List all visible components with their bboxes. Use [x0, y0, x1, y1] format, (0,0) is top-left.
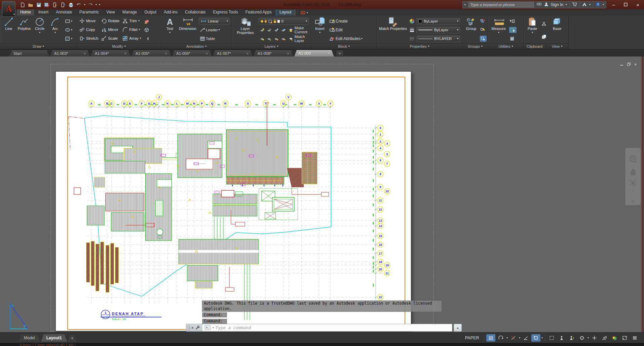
- workspace-dropdown-icon[interactable]: ▾: [588, 337, 589, 339]
- polyline-button[interactable]: Polyline: [17, 16, 32, 43]
- explode-button[interactable]: [143, 27, 150, 33]
- clean-screen-button[interactable]: [620, 334, 629, 342]
- panel-label-layers[interactable]: Layers▾: [232, 43, 311, 49]
- workspace-switching-button[interactable]: [577, 334, 586, 342]
- hatch-tool-button[interactable]: ▾: [64, 36, 73, 42]
- ungroup-icon[interactable]: [480, 18, 486, 24]
- save-to-web-button[interactable]: [60, 2, 66, 8]
- arc-button[interactable]: Arc▾: [48, 16, 63, 43]
- search-icon[interactable]: [536, 2, 542, 7]
- new-layout-button[interactable]: +: [68, 335, 77, 342]
- panel-label-modify[interactable]: Modify▾: [77, 43, 161, 49]
- move-button[interactable]: Move: [78, 17, 99, 25]
- close-button[interactable]: ×: [636, 2, 639, 8]
- match-properties-button[interactable]: Match Properties: [378, 16, 408, 43]
- selection-cycling-toggle[interactable]: [547, 334, 556, 342]
- layer-select[interactable]: 0▾: [259, 18, 309, 25]
- erase-button[interactable]: [143, 18, 150, 25]
- snap-mode-toggle[interactable]: [496, 334, 505, 342]
- create-block-button[interactable]: Create: [329, 18, 375, 25]
- minimize-button[interactable]: ─: [612, 2, 615, 7]
- arc-flyout-icon[interactable]: ▾: [54, 31, 56, 34]
- command-history-scroll-button[interactable]: ▲: [454, 324, 462, 332]
- panel-label-utilities[interactable]: Utilities▾: [488, 43, 523, 49]
- infer-constraints-toggle[interactable]: [509, 334, 518, 342]
- object-color-select[interactable]: ByLayer▾: [417, 18, 460, 25]
- layer-properties-button[interactable]: Layer Properties: [233, 16, 257, 43]
- dimension-button[interactable]: Dimension: [178, 16, 197, 43]
- quick-calculator-icon[interactable]: [509, 36, 515, 42]
- copy-button[interactable]: Copy: [78, 26, 99, 34]
- navbar-more-icon[interactable]: ▾: [632, 190, 634, 192]
- file-tab-a1-008[interactable]: A1-008*×: [254, 50, 293, 56]
- scale-button[interactable]: Scale: [100, 34, 120, 42]
- ribbon-tab-view[interactable]: View: [103, 9, 118, 15]
- file-tab-close-icon[interactable]: ×: [328, 51, 330, 55]
- quick-select-icon[interactable]: [509, 18, 515, 24]
- lineweight-icon[interactable]: [409, 27, 415, 33]
- panel-label-properties[interactable]: Properties▾: [377, 43, 462, 49]
- table-button[interactable]: Table: [199, 36, 230, 42]
- offset-button[interactable]: [143, 36, 150, 42]
- sign-in-label[interactable]: Sign In: [551, 2, 563, 7]
- file-tab-a1-004[interactable]: A1-004*×: [91, 50, 130, 56]
- group-selection-toggle[interactable]: [480, 36, 487, 42]
- file-tab-a1-007[interactable]: A1-007*×: [213, 50, 253, 56]
- autodesk-logo-icon[interactable]: [582, 2, 587, 7]
- select-all-icon[interactable]: [509, 27, 517, 33]
- collapse-search-icon[interactable]: ▸: [465, 3, 466, 6]
- open-from-web-button[interactable]: [52, 2, 58, 8]
- search-input[interactable]: [468, 2, 534, 7]
- group-button[interactable]: Group: [464, 16, 479, 43]
- insert-button[interactable]: Insert▾: [312, 16, 327, 43]
- redo-dropdown-icon[interactable]: ▾: [96, 3, 97, 6]
- paste-flyout-icon[interactable]: ▾: [532, 31, 533, 34]
- navigation-wheel-icon[interactable]: 2D: [629, 155, 637, 165]
- ortho-mode-toggle[interactable]: [521, 334, 530, 342]
- file-tab-close-icon[interactable]: ×: [206, 51, 208, 55]
- match-layer-button[interactable]: Match Layer: [288, 36, 308, 41]
- array-button[interactable]: Array▾: [121, 34, 142, 42]
- customize-status-bar-button[interactable]: [630, 334, 639, 342]
- annotation-visibility-toggle[interactable]: [557, 334, 566, 342]
- isolate-objects-button[interactable]: [600, 334, 609, 342]
- doc-restore-button[interactable]: [627, 62, 631, 67]
- navbar-menu-icon[interactable]: ⊖: [631, 199, 634, 204]
- insert-flyout-icon[interactable]: ▾: [319, 31, 320, 34]
- save-button[interactable]: [36, 2, 42, 8]
- measure-button[interactable]: Measure▾: [490, 16, 508, 43]
- file-tab-a1-005[interactable]: A1-005*×: [131, 50, 171, 56]
- ribbon-tab-insert[interactable]: Insert: [35, 9, 52, 15]
- ribbon-tab-annotate[interactable]: Annotate: [52, 9, 75, 15]
- doc-minimize-button[interactable]: [620, 62, 623, 67]
- ribbon-tab-home[interactable]: Home: [17, 9, 34, 15]
- text-button[interactable]: A Text▾: [162, 16, 177, 43]
- file-tab-a1-009[interactable]: A1-009×: [294, 50, 334, 56]
- edit-block-button[interactable]: Edit: [329, 27, 375, 33]
- layout-paper[interactable]: ABCDEFGHJKLMNPQRSTUVWXY01234567891011121…: [55, 71, 411, 331]
- annotation-autoscale-toggle[interactable]: [567, 334, 576, 342]
- app-store-cart-icon[interactable]: [572, 2, 577, 7]
- rotate-button[interactable]: Rotate: [100, 17, 120, 25]
- line-button[interactable]: Line: [1, 16, 16, 43]
- panel-label-annotation[interactable]: Annotation▾: [161, 43, 232, 49]
- ribbon-tab-manage[interactable]: Manage: [119, 9, 140, 15]
- linetype-icon[interactable]: [409, 36, 415, 42]
- redo-button[interactable]: [87, 2, 93, 8]
- layout1-tab[interactable]: Layout1: [41, 334, 67, 342]
- paper-model-toggle[interactable]: PAPER: [462, 335, 482, 341]
- ribbon-tab-express-tools[interactable]: Express Tools: [210, 9, 241, 15]
- help-dropdown-icon[interactable]: ▾: [603, 3, 604, 6]
- navbar-close-icon[interactable]: ×: [637, 149, 639, 153]
- save-as-button[interactable]: [44, 2, 50, 8]
- navigation-bar[interactable]: × 2D ▾ ⊖: [625, 148, 641, 205]
- command-line-handle[interactable]: ×: [186, 324, 202, 331]
- graphics-performance-button[interactable]: [610, 334, 619, 342]
- fillet-flyout-icon[interactable]: ▾: [139, 28, 140, 31]
- maximize-button[interactable]: [624, 2, 628, 7]
- file-tab-a1-003[interactable]: A1-003*×: [50, 50, 90, 56]
- infer-dropdown-icon[interactable]: ▾: [519, 337, 520, 339]
- ribbon-tab-parametric[interactable]: Parametric: [76, 9, 102, 15]
- autodesk-dropdown-icon[interactable]: ▾: [589, 3, 591, 6]
- edit-attributes-button[interactable]: Edit Attributes▾: [329, 36, 375, 42]
